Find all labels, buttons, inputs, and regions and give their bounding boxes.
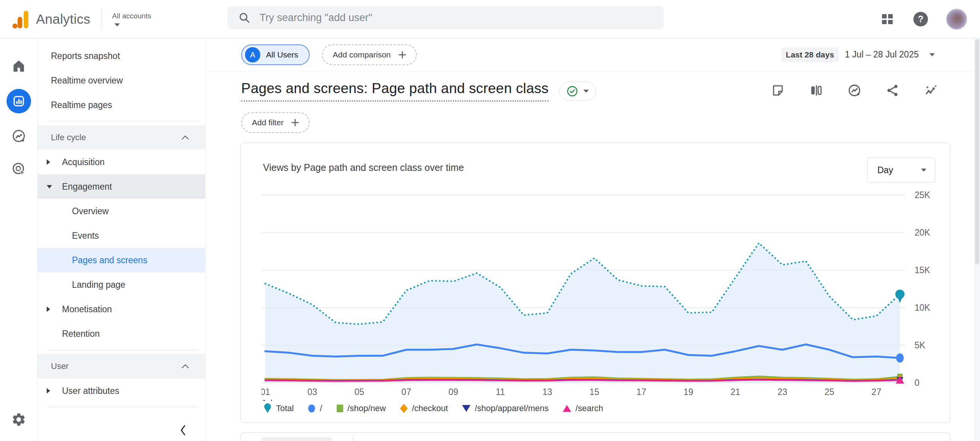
rail-home-button[interactable] [7, 54, 31, 78]
sidebar-item-label: Acquisition [62, 157, 105, 167]
add-comparison-button[interactable]: Add comparison [322, 44, 417, 65]
pages-table-card [240, 432, 950, 441]
legend-marker-square-icon [336, 404, 344, 413]
legend-item-series-2[interactable]: /shop/new [336, 403, 386, 413]
sidebar-item-label: Pages and screens [72, 255, 147, 266]
sidebar-item-label: Realtime overview [51, 75, 123, 86]
sidebar-section-header-user[interactable]: User [38, 354, 205, 379]
y-axis-label-25K: 25K [915, 190, 931, 200]
check-circle-icon [567, 85, 578, 97]
x-axis-label-25: 25 [825, 387, 835, 397]
rail-explore-button[interactable] [7, 124, 31, 149]
report-title-row: Pages and screens: Page path and screen … [206, 80, 980, 102]
sidebar-item-events[interactable]: Events [38, 223, 205, 248]
rail-settings-button[interactable] [7, 407, 31, 432]
legend-item-series-1[interactable]: / [307, 403, 322, 413]
sidebar-item-label: Landing page [72, 280, 125, 290]
sidebar-section-label: Life cycle [51, 133, 86, 143]
rail-advertising-button[interactable] [7, 157, 31, 182]
sidebar-divider [47, 350, 198, 350]
explore-circle-icon [847, 83, 862, 98]
x-axis-label-21: 21 [730, 387, 740, 397]
date-preset-chip: Last 28 days [781, 48, 839, 62]
scrollbar-thumb[interactable] [975, 39, 979, 264]
total-area-fill [265, 243, 900, 383]
home-icon [11, 58, 26, 74]
notes-button[interactable] [770, 83, 786, 98]
insights-button[interactable] [923, 83, 939, 98]
chart-legend: Total//shop/new/checkout/shop/apparel/me… [263, 403, 950, 414]
legend-label: /shop/apparel/mens [475, 403, 549, 413]
y-axis-label-0: 0 [915, 378, 920, 388]
chevron-collapsed-icon [47, 388, 62, 393]
legend-item-series-4[interactable]: /shop/apparel/mens [462, 403, 549, 413]
plus-icon [290, 117, 301, 128]
granularity-value: Day [877, 165, 893, 175]
page-title[interactable]: Pages and screens: Page path and screen … [241, 80, 549, 102]
table-filter-chip[interactable] [262, 437, 332, 441]
x-axis-label-09: 09 [448, 387, 458, 397]
y-axis-label-5K: 5K [915, 340, 926, 350]
report-main: A All Users Add comparison Last 28 days … [206, 38, 980, 441]
x-axis-label-17: 17 [637, 387, 647, 397]
sidebar-item-realtime-pages[interactable]: Realtime pages [38, 93, 205, 117]
endpoint-marker-total [895, 290, 905, 299]
app-bar: Analytics All accounts Try searching "ad… [0, 0, 980, 38]
scrollbar-track[interactable] [974, 38, 980, 441]
comparison-panel-icon [809, 84, 823, 97]
x-axis-label-13: 13 [542, 387, 552, 397]
legend-item-series-5[interactable]: /search [562, 403, 603, 413]
chevron-left-icon [178, 425, 188, 436]
sidebar-divider [47, 407, 198, 407]
comparison-panel-button[interactable] [808, 83, 824, 98]
all-users-label: All Users [266, 50, 298, 59]
y-axis-label-20K: 20K [915, 228, 931, 238]
help-icon[interactable]: ? [913, 12, 928, 26]
sidebar-item-overview[interactable]: Overview [38, 199, 205, 223]
add-filter-button[interactable]: Add filter [241, 112, 310, 133]
sidebar-item-engagement[interactable]: Engagement [38, 174, 205, 199]
search-input[interactable]: Try searching "add user" [227, 6, 664, 29]
sidebar-item-label: Retention [62, 329, 100, 339]
x-axis-label-27: 27 [872, 387, 882, 397]
sidebar-item-label: Events [72, 231, 99, 241]
legend-item-total[interactable]: Total [263, 403, 294, 414]
analytics-logo-icon[interactable] [11, 9, 31, 29]
sidebar-item-pages-and-screens[interactable]: Pages and screens [38, 248, 205, 272]
sidebar-item-retention[interactable]: Retention [38, 321, 205, 346]
sidebar-item-acquisition[interactable]: Acquisition [38, 150, 205, 174]
bar-chart-icon [12, 94, 26, 108]
account-switcher[interactable]: All accounts [112, 12, 151, 26]
legend-marker-triangle-up-icon [562, 404, 572, 413]
all-users-chip[interactable]: A All Users [241, 44, 310, 65]
share-button[interactable] [885, 83, 900, 98]
apps-grid-icon[interactable] [880, 11, 895, 27]
sidebar-item-monetisation[interactable]: Monetisation [38, 297, 205, 321]
add-filter-label: Add filter [252, 118, 284, 127]
sidebar-item-user-attributes[interactable]: User attributes [38, 379, 205, 403]
sidebar-item-label: Overview [72, 206, 109, 216]
date-range-label: 1 Jul – 28 Jul 2025 [845, 49, 919, 60]
explore-report-button[interactable] [847, 83, 862, 98]
rail-reports-button[interactable] [7, 89, 31, 113]
header-divider [101, 8, 101, 30]
chevron-down-icon [114, 23, 120, 26]
y-axis-label-10K: 10K [915, 303, 931, 313]
granularity-select[interactable]: Day [867, 157, 935, 183]
avatar[interactable] [946, 9, 967, 30]
sidebar-item-reports-snapshot[interactable]: Reports snapshot [38, 44, 205, 68]
sidebar-section-header-life-cycle[interactable]: Life cycle [38, 125, 205, 150]
sidebar-item-landing-page[interactable]: Landing page [38, 272, 205, 297]
chevron-collapsed-icon [47, 159, 62, 165]
views-chart-svg: 05K10K15K20K25K0103050709111315171921232… [261, 185, 935, 401]
legend-label: /checkout [412, 403, 448, 413]
y-axis-label-15K: 15K [915, 265, 931, 275]
account-switcher-label: All accounts [112, 12, 151, 20]
date-range-picker[interactable]: Last 28 days 1 Jul – 28 Jul 2025 [781, 48, 935, 62]
table-column-divider [353, 436, 353, 441]
sidebar-item-realtime-overview[interactable]: Realtime overview [38, 68, 205, 93]
report-status-badge[interactable] [559, 82, 596, 101]
sidebar-collapse-button[interactable] [176, 423, 190, 437]
legend-item-series-3[interactable]: /checkout [400, 403, 448, 413]
search-icon [238, 11, 250, 24]
